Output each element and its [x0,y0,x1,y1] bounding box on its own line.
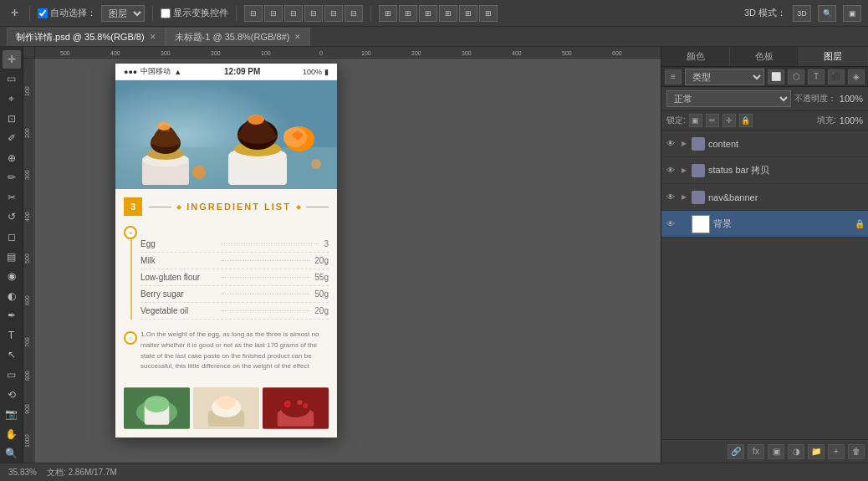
canvas-area[interactable]: 500 400 300 200 100 0 100 200 300 400 50… [23,47,661,463]
type-tool[interactable]: T [3,326,21,345]
history-tool[interactable]: ↺ [3,208,21,227]
svg-text:200: 200 [411,50,421,56]
layer-background-name: 背景 [713,217,851,230]
step-diamond-left: ◆ [176,203,181,211]
tab-untitled-close[interactable]: ✕ [294,33,301,41]
eraser-tool[interactable]: ◻ [3,228,21,246]
main-area: ✛ ▭ ⌖ ⊡ ✐ ⊕ ✏ ✂ ↺ ◻ ▤ ◉ ◐ ✒ T ↖ ▭ ⟲ 📷 ✋ … [0,47,868,463]
tab-color-label: 颜色 [687,50,705,63]
ingredient-oil-name: Vegetable oil [140,306,216,315]
tab-swatches-label: 色板 [755,50,774,63]
phone-status-bar: ●●● 中国移动 ▲ 12:09 PM 100% ▮ [115,64,337,80]
align-middle-btn[interactable]: ⊟ [324,5,343,22]
tab-swatches[interactable]: 色板 [730,47,799,66]
blur-tool[interactable]: ◉ [3,267,21,285]
dodge-tool[interactable]: ◐ [3,287,21,305]
instructions-icon: ⊙ [124,331,137,345]
layer-navbanner-arrow[interactable]: ▶ [680,193,688,202]
align-left-btn[interactable]: ⊟ [244,5,263,22]
path-select-tool[interactable]: ↖ [3,346,21,365]
dist-2-btn[interactable]: ⊞ [419,5,437,22]
dist-h-btn[interactable]: ⊞ [379,5,397,22]
lock-position-btn[interactable]: ✛ [722,114,736,127]
filter-kind-icon[interactable]: ≡ [665,69,682,84]
layer-navbanner[interactable]: 👁 ▶ nav&banner [661,184,868,211]
top-toolbar: ✛ 自动选择： 图层 显示变换控件 ⊟ ⊟ ⊟ ⊟ ⊟ ⊟ ⊞ ⊞ ⊞ ⊞ ⊞ … [0,0,868,27]
ruler-horizontal: 500 400 300 200 100 0 100 200 300 400 50… [35,47,661,59]
layer-icon-2[interactable]: ⬡ [788,69,804,84]
layer-style-btn[interactable]: fx [748,444,764,459]
dist-3-btn[interactable]: ⊞ [439,5,457,22]
heal-tool[interactable]: ⊕ [3,149,21,167]
align-bottom-btn[interactable]: ⊟ [345,5,363,22]
layer-select[interactable]: 图层 [101,5,145,22]
status-time: 12:09 PM [224,67,260,76]
layer-icon-5[interactable]: ◈ [848,69,865,84]
new-group-btn[interactable]: 📁 [808,444,825,459]
layer-icon-3[interactable]: T [808,69,825,84]
new-layer-btn[interactable]: + [828,444,845,459]
tab-psd-close[interactable]: ✕ [150,33,156,41]
layer-content[interactable]: 👁 ▶ content [661,130,868,157]
tab-layers[interactable]: 图层 [799,47,868,66]
hand-tool[interactable]: ✋ [3,425,21,443]
tab-color[interactable]: 颜色 [661,47,730,66]
align-right-btn[interactable]: ⊟ [284,5,303,22]
layer-blend-controls: 正常 不透明度： 100% [661,87,868,111]
align-center-btn[interactable]: ⊟ [264,5,283,22]
thumb-2 [193,387,259,429]
layer-icon-4[interactable]: ⬛ [828,69,845,84]
search-btn[interactable]: 🔍 [818,5,836,22]
transform-checkbox[interactable]: 显示变换控件 [161,7,228,19]
svg-point-31 [157,122,171,130]
layer-content-arrow[interactable]: ▶ [680,140,688,148]
eyedropper-tool[interactable]: ✐ [3,129,21,147]
screen-mode-btn[interactable]: ▣ [843,5,861,22]
lasso-tool[interactable]: ⌖ [3,90,21,108]
ingredient-egg-dots [221,243,319,244]
brush-tool[interactable]: ✏ [3,168,21,187]
select-tool[interactable]: ▭ [3,70,21,89]
battery-icon: ▮ [324,68,329,76]
layer-statusbar-arrow[interactable]: ▶ [680,166,688,175]
dist-v-btn[interactable]: ⊞ [399,5,417,22]
layer-background[interactable]: 👁 背景 🔒 [661,211,868,238]
svg-text:300: 300 [161,50,171,56]
3d-mode-btn[interactable]: 3D [793,5,811,22]
lock-paint-btn[interactable]: ✏ [706,114,719,127]
3d-rotate-tool[interactable]: ⟲ [3,386,21,404]
filter-kind-select[interactable]: 类型 [685,69,764,85]
dist-5-btn[interactable]: ⊞ [479,5,498,22]
layer-statusbar-eye[interactable]: 👁 [665,165,677,177]
ingredient-milk-name: Milk [140,256,216,265]
zoom-tool[interactable]: 🔍 [3,445,21,463]
auto-select-checkbox[interactable]: 自动选择： [38,7,96,19]
align-top-btn[interactable]: ⊟ [304,5,323,22]
svg-text:100: 100 [24,86,30,96]
add-mask-btn[interactable]: ▣ [768,444,784,459]
layer-content-eye[interactable]: 👁 [665,138,677,150]
adjustment-btn[interactable]: ◑ [788,444,804,459]
delete-layer-btn[interactable]: 🗑 [848,444,865,459]
move-tool-icon[interactable]: ✛ [7,6,22,21]
instructions-text: 1.On the weight of the egg, as long as t… [140,330,329,372]
tab-psd[interactable]: 制作详情.psd @ 35.8%(RGB/8) ✕ [7,28,166,46]
svg-rect-33 [228,156,287,185]
layer-background-eye[interactable]: 👁 [665,218,677,230]
layer-icon-1[interactable]: ⬜ [768,69,784,84]
layer-navbanner-eye[interactable]: 👁 [665,192,677,203]
dist-4-btn[interactable]: ⊞ [459,5,477,22]
move-tool[interactable]: ✛ [3,50,21,69]
layer-statusbar[interactable]: 👁 ▶ status bar 拷贝 [661,157,868,184]
tab-untitled[interactable]: 未标题-1 @ 35.8%(RGB/8#) ✕ [166,28,311,46]
link-layers-btn[interactable]: 🔗 [728,444,744,459]
clone-tool[interactable]: ✂ [3,188,21,207]
lock-transparent-btn[interactable]: ▣ [689,114,702,127]
gradient-tool[interactable]: ▤ [3,248,21,266]
camera-tool[interactable]: 📷 [3,405,21,423]
blend-mode-select[interactable]: 正常 [666,90,791,107]
pen-tool[interactable]: ✒ [3,307,21,325]
lock-all-btn[interactable]: 🔒 [739,114,753,127]
shape-tool[interactable]: ▭ [3,366,21,384]
crop-tool[interactable]: ⊡ [3,110,21,128]
